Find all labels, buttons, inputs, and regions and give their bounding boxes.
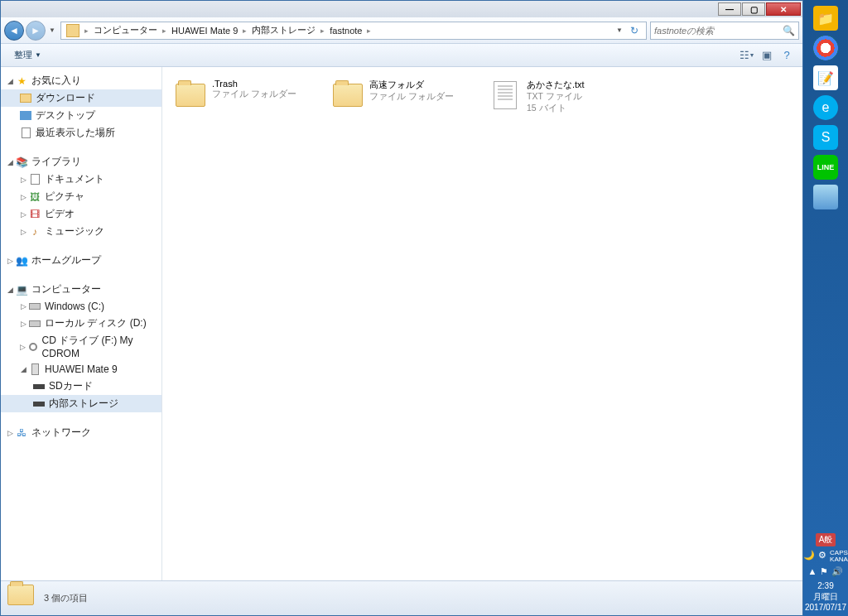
breadcrumb-dropdown[interactable]: ▼: [614, 21, 624, 41]
sidebar-item-downloads[interactable]: ダウンロード: [1, 89, 161, 107]
sidebar-item-label: ビデオ: [45, 207, 75, 221]
clock[interactable]: 2:39 月曜日 2017/07/17: [805, 580, 846, 613]
expand-icon: ▷: [19, 176, 28, 184]
storage-icon: [32, 380, 46, 393]
search-icon[interactable]: 🔍: [783, 25, 795, 36]
history-dropdown[interactable]: ▼: [47, 21, 57, 41]
breadcrumb-item[interactable]: HUAWEI Mate 9: [168, 26, 241, 36]
music-icon: ♪: [28, 225, 41, 238]
ime-indicator[interactable]: A般: [816, 533, 836, 546]
computer-label: コンピューター: [31, 282, 101, 296]
day-text: 月曜日: [805, 591, 846, 602]
window-titlebar: — ▢ ✕: [1, 1, 802, 17]
file-item[interactable]: 高速フォルダ ファイル フォルダー: [328, 75, 485, 117]
chevron-right-icon: ▸: [241, 26, 248, 35]
sidebar-item-cd-drive[interactable]: ▷ CD ドライブ (F:) My CDROM: [1, 332, 161, 361]
libraries-header[interactable]: ◢ 📚 ライブラリ: [1, 153, 161, 171]
video-icon: 🎞: [28, 208, 41, 221]
sidebar-item-label: デスクトップ: [36, 108, 95, 123]
navigation-bar: ◄ ► ▼ ▸ コンピューター ▸ HUAWEI Mate 9 ▸ 内部ストレー…: [1, 17, 802, 44]
sidebar-item-drive-d[interactable]: ▷ ローカル ディスク (D:): [1, 315, 161, 332]
chevron-right-icon: ▸: [161, 26, 168, 35]
expand-icon: ▷: [19, 193, 28, 201]
sidebar-item-desktop[interactable]: デスクトップ: [1, 107, 161, 124]
document-icon: [28, 173, 41, 186]
skype-icon[interactable]: S: [813, 125, 838, 150]
homegroup-icon: 👥: [15, 254, 28, 267]
system-tray: A般 🌙 ⚙ CAPSKANA ▲ ⚑ 🔊 2:39 月曜日 2017/07/1…: [803, 532, 848, 616]
expand-icon: ▷: [19, 228, 28, 236]
navigation-pane: ◢ ★ お気に入り ダウンロード デスクトップ 最近表示した場所: [1, 67, 162, 580]
search-box[interactable]: 🔍: [650, 22, 799, 40]
sidebar-item-internal-storage[interactable]: 内部ストレージ: [1, 395, 161, 412]
back-button[interactable]: ◄: [4, 21, 24, 41]
view-options-button[interactable]: ☷▼: [738, 46, 756, 65]
expand-icon: ▷: [19, 343, 27, 351]
file-meta: 15 バイト: [527, 103, 639, 114]
network-header[interactable]: ▷ 🖧 ネットワーク: [1, 424, 161, 441]
sidebar-item-documents[interactable]: ▷ ドキュメント: [1, 171, 161, 188]
file-item[interactable]: あかさたな.txt TXT ファイル 15 バイト: [485, 75, 643, 117]
library-icon: 📚: [15, 156, 28, 169]
computer-header[interactable]: ◢ 💻 コンピューター: [1, 281, 161, 298]
maximize-button[interactable]: ▢: [742, 2, 765, 16]
notes-icon[interactable]: 📝: [813, 65, 838, 90]
tray-icon[interactable]: ⚙: [818, 550, 826, 563]
explorer-body: ◢ ★ お気に入り ダウンロード デスクトップ 最近表示した場所: [1, 67, 802, 580]
file-list: .Trash ファイル フォルダー 高速フォルダ ファイル フォルダー あかさた…: [162, 67, 802, 580]
breadcrumb[interactable]: ▸ コンピューター ▸ HUAWEI Mate 9 ▸ 内部ストレージ ▸ fa…: [60, 22, 647, 40]
minimize-button[interactable]: —: [718, 2, 741, 16]
sidebar-item-drive-c[interactable]: ▷ Windows (C:): [1, 298, 161, 315]
favorites-header[interactable]: ◢ ★ お気に入り: [1, 72, 161, 89]
edge-icon[interactable]: e: [813, 95, 838, 120]
file-item[interactable]: .Trash ファイル フォルダー: [171, 75, 328, 117]
file-meta: ファイル フォルダー: [369, 91, 482, 103]
sidebar-item-phone[interactable]: ◢ HUAWEI Mate 9: [1, 361, 161, 378]
chevron-right-icon: ▸: [365, 26, 373, 35]
collapse-icon: ◢: [19, 365, 28, 373]
forward-button[interactable]: ►: [26, 21, 46, 41]
expand-icon: ▷: [6, 429, 15, 437]
sidebar-item-label: Windows (C:): [45, 301, 104, 312]
chrome-icon[interactable]: [813, 36, 838, 60]
expand-icon: ▷: [6, 257, 15, 265]
recent-icon: [19, 127, 32, 140]
computer-icon: 💻: [15, 283, 28, 296]
expand-icon: ▷: [19, 302, 28, 310]
favorites-label: お気に入り: [31, 74, 81, 88]
search-input[interactable]: [654, 26, 783, 36]
close-button[interactable]: ✕: [766, 2, 801, 16]
cd-icon: [27, 340, 39, 354]
breadcrumb-item[interactable]: コンピューター: [90, 24, 161, 36]
homegroup-header[interactable]: ▷ 👥 ホームグループ: [1, 252, 161, 269]
photos-icon[interactable]: [813, 185, 838, 209]
folder-icon: [174, 79, 207, 112]
refresh-button[interactable]: ↻: [624, 25, 644, 36]
volume-icon[interactable]: 🔊: [831, 566, 843, 577]
breadcrumb-item[interactable]: 内部ストレージ: [248, 24, 319, 36]
sidebar-item-videos[interactable]: ▷ 🎞 ビデオ: [1, 205, 161, 223]
chevron-right-icon: ▸: [83, 26, 90, 35]
tray-icon[interactable]: 🌙: [803, 550, 815, 563]
sidebar-item-recent[interactable]: 最近表示した場所: [1, 124, 161, 142]
sidebar-item-sdcard[interactable]: SDカード: [1, 378, 161, 395]
breadcrumb-item[interactable]: fastnote: [326, 26, 365, 36]
tray-icon[interactable]: ▲: [808, 566, 817, 577]
sidebar-item-label: ドキュメント: [45, 172, 104, 186]
flag-icon[interactable]: ⚑: [820, 566, 828, 577]
sidebar-item-pictures[interactable]: ▷ 🖼 ピクチャ: [1, 188, 161, 205]
preview-pane-button[interactable]: ▣: [758, 46, 776, 65]
collapse-icon: ◢: [6, 77, 15, 85]
sidebar-item-label: CD ドライブ (F:) My CDROM: [42, 334, 157, 359]
desktop-icon: [19, 109, 32, 123]
chevron-right-icon: ▸: [319, 26, 326, 35]
sidebar-item-label: HUAWEI Mate 9: [45, 363, 118, 375]
expand-icon: ▷: [19, 210, 28, 219]
file-name: .Trash: [212, 79, 325, 89]
organize-menu[interactable]: 整理 ▼: [7, 46, 48, 64]
desktop-sidebar: 📁 📝 e S LINE: [803, 0, 848, 616]
help-button[interactable]: ?: [778, 46, 796, 65]
app-icon[interactable]: 📁: [813, 6, 838, 31]
sidebar-item-music[interactable]: ▷ ♪ ミュージック: [1, 223, 161, 240]
line-icon[interactable]: LINE: [813, 155, 838, 180]
